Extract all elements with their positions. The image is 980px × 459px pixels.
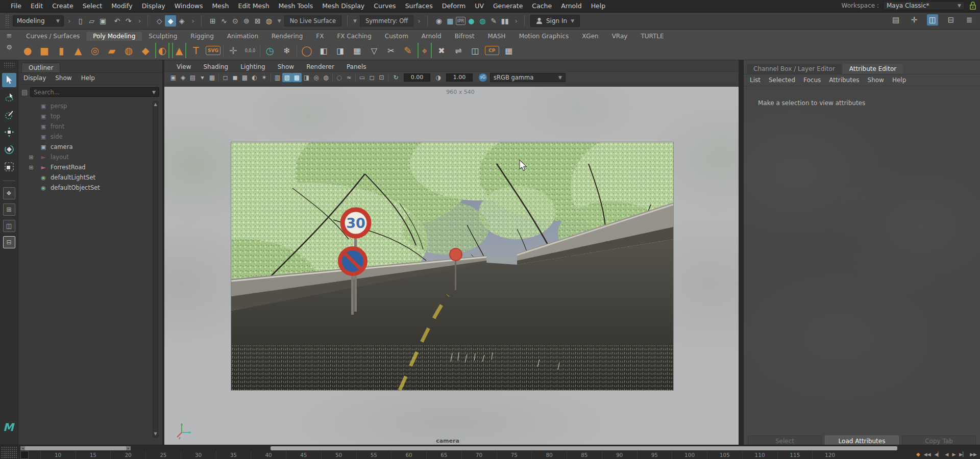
menubar-item[interactable]: Curves	[369, 2, 400, 10]
menubar-item[interactable]: Windows	[170, 2, 208, 10]
shelf-tab[interactable]: FX Caching	[330, 32, 378, 41]
shelf-gear-icon[interactable]: ⚙	[6, 43, 12, 51]
lasso-select-tool[interactable]	[2, 90, 16, 105]
viewport-menu-item[interactable]: Shading	[198, 63, 233, 70]
shelf-icon[interactable]	[297, 44, 297, 57]
outliner-vertical-scrollbar[interactable]: ▲ ▼	[153, 101, 158, 438]
time-tick[interactable]: 20	[110, 451, 145, 459]
viewport-menu-item[interactable]: View	[172, 63, 196, 70]
search-input[interactable]: Search... ▼	[30, 87, 159, 97]
time-tick[interactable]: 45	[286, 451, 321, 459]
menubar-item[interactable]: Deform	[437, 2, 470, 10]
snap-icon[interactable]: ◍	[263, 15, 275, 27]
viewport-toolbar-icon[interactable]: ▦	[207, 73, 217, 82]
viewport-layout-button[interactable]: ❖	[3, 187, 15, 199]
viewport-toolbar-icon[interactable]	[332, 74, 333, 81]
time-tick[interactable]: 65	[426, 451, 461, 459]
shelf-icon[interactable]: ❄	[280, 43, 294, 58]
selection-mode-icon[interactable]: ◇	[154, 15, 165, 27]
panel-tab[interactable]: Channel Box / Layer Editor	[747, 64, 842, 74]
exposure-field[interactable]: 0.00	[404, 73, 430, 82]
playback-button[interactable]: ▶	[952, 452, 955, 457]
attribute-editor-menu-item[interactable]: Selected	[769, 76, 795, 84]
live-surface-field[interactable]: No Live Surface	[284, 15, 341, 27]
menubar-item[interactable]: Generate	[488, 2, 527, 10]
time-tick[interactable]: 55	[356, 451, 391, 459]
workspace-panel-icon[interactable]: ▤	[890, 14, 901, 26]
shelf-tab[interactable]: Animation	[220, 32, 265, 41]
range-slider[interactable]	[271, 446, 897, 450]
shelf-icon[interactable]: ✖	[434, 43, 449, 58]
shelf-icon[interactable]	[260, 44, 260, 57]
time-tick[interactable]: 30	[181, 451, 216, 459]
playback-button[interactable]: ◆	[916, 451, 920, 457]
menubar-item[interactable]: Edit	[26, 2, 47, 10]
exposure-icon[interactable]: ↻	[391, 73, 401, 82]
scroll-left-icon[interactable]: ◂	[20, 446, 25, 450]
expand-toggle[interactable]: ⊞	[28, 164, 35, 171]
shelf-tab[interactable]: TURTLE	[634, 32, 670, 41]
viewport-toolbar-icon[interactable]: ◍	[321, 73, 331, 82]
viewport-toolbar-icon[interactable]: ◼	[230, 73, 240, 82]
menubar-item[interactable]: UV	[470, 2, 488, 10]
render-toolbar-icon[interactable]: ◉	[433, 15, 445, 27]
outliner-item[interactable]: ⊞ ► ForrestRoad	[18, 162, 162, 172]
group-divider[interactable]: ›	[418, 17, 421, 25]
viewport-toolbar-icon[interactable]: ◨	[302, 73, 311, 82]
workspace-panel-icon[interactable]: ◫	[927, 14, 938, 26]
time-tick[interactable]: 25	[145, 451, 181, 459]
shelf-tab[interactable]: FX	[309, 32, 330, 41]
time-tick[interactable]: 70	[461, 451, 497, 459]
scroll-down-icon[interactable]: ▼	[153, 431, 158, 437]
viewport-toolbar-icon[interactable]: ◎	[311, 73, 321, 82]
time-tick[interactable]: 115	[777, 451, 813, 459]
outliner-menu-item[interactable]: Help	[81, 74, 95, 82]
shelf-icon[interactable]: ◍	[121, 43, 136, 58]
chevron-down-icon[interactable]: ▼	[353, 18, 357, 23]
outliner-item[interactable]: ▣ front	[18, 121, 162, 132]
shelf-icon[interactable]: SVG	[206, 46, 220, 55]
chevron-down-icon[interactable]: ▼	[152, 90, 156, 95]
outliner-item[interactable]: ⊞ ► layout	[18, 152, 162, 162]
viewport-layout-button[interactable]: ⊞	[3, 203, 15, 216]
menubar-item[interactable]: Surfaces	[401, 2, 437, 10]
shelf-icon[interactable]	[223, 44, 224, 57]
time-tick[interactable]: 60	[391, 451, 426, 459]
shelf-icon[interactable]: ◯	[300, 43, 314, 58]
shelf-icon[interactable]: ◆	[138, 43, 153, 58]
outliner-item[interactable]: ◉ defaultObjectSet	[18, 183, 162, 193]
shelf-tab[interactable]: Rigging	[184, 32, 220, 41]
symmetry-field[interactable]: Symmetry: Off	[360, 15, 413, 27]
shelf-tab[interactable]: Curves / Surfaces	[19, 32, 86, 41]
shelf-icon[interactable]: ▽	[367, 43, 381, 58]
viewport-toolbar-icon[interactable]	[355, 74, 356, 81]
menubar-item[interactable]: Mesh	[208, 2, 234, 10]
shelf-icon[interactable]: T	[189, 43, 203, 58]
shelf-icon[interactable]: ◨	[333, 43, 348, 58]
shelf-icon[interactable]: ▲	[71, 43, 85, 58]
sign-in-button[interactable]: Sign In ▼	[530, 15, 580, 27]
attribute-editor-menu-item[interactable]: Help	[892, 76, 906, 84]
shelf-tab[interactable]: XGen	[575, 32, 605, 41]
time-tick[interactable]: 95	[637, 451, 672, 459]
viewport-toolbar-icon[interactable]: ≈	[344, 73, 354, 82]
viewport-toolbar-icon[interactable]: ◌	[334, 73, 344, 82]
playback-button[interactable]: ◀▏	[935, 452, 942, 457]
time-tick[interactable]: 15	[76, 451, 111, 459]
history-toolbar-icon[interactable]: ↷	[123, 15, 134, 27]
file-toolbar-icon[interactable]: ▣	[97, 15, 109, 27]
snap-icon[interactable]: ∿	[218, 15, 230, 27]
viewport-toolbar-icon[interactable]: ◻	[220, 73, 230, 82]
menubar-item[interactable]: Help	[586, 2, 610, 10]
time-tick[interactable]: 35	[216, 451, 251, 459]
time-tick[interactable]: 75	[497, 451, 532, 459]
shelf-icon[interactable]: ✛	[226, 43, 240, 58]
menubar-item[interactable]: Arnold	[556, 2, 586, 10]
file-toolbar-icon[interactable]: ▱	[86, 15, 97, 27]
menubar-item[interactable]: Select	[78, 2, 107, 10]
group-divider[interactable]: ›	[191, 17, 194, 25]
viewport-menu-item[interactable]: Show	[273, 63, 299, 70]
shelf-icon[interactable]: ▮	[54, 43, 68, 58]
outliner-item[interactable]: ▣ camera	[18, 142, 162, 152]
shelf-icon[interactable]: ◷	[263, 43, 277, 58]
